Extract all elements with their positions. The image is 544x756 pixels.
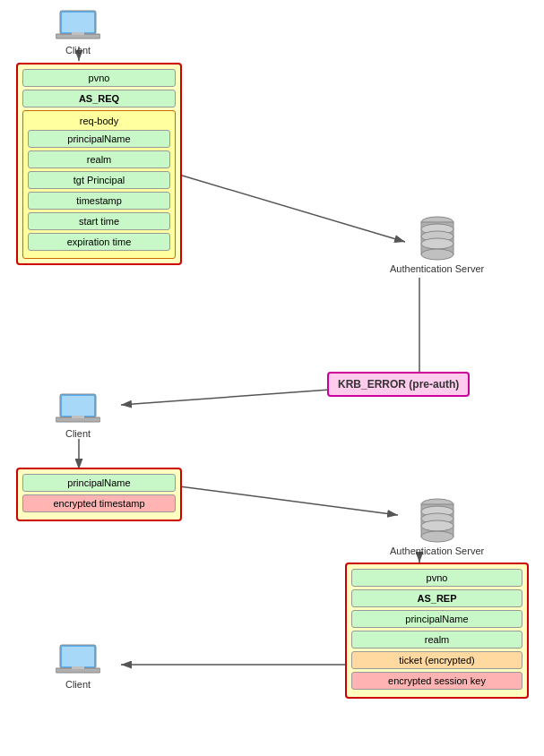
svg-line-4 [121, 390, 330, 405]
field-principalname: principalName [28, 130, 170, 148]
field-expirationtime: expiration time [28, 233, 170, 251]
reqbody-box: req-body principalName realm tgt Princip… [22, 110, 176, 259]
svg-point-18 [421, 249, 453, 260]
server2-icon [418, 497, 457, 544]
svg-rect-30 [62, 647, 94, 666]
server2-label: Authentication Server [390, 546, 484, 556]
req2-principalname: principalName [22, 474, 176, 492]
asrep-realm: realm [351, 631, 522, 649]
client2-label: Client [65, 428, 91, 439]
diagram: Client pvno AS_REQ req-body principalNam… [0, 0, 544, 756]
svg-line-6 [179, 486, 398, 515]
client1-label: Client [65, 45, 91, 56]
krb-error-box: KRB_ERROR (pre-auth) [327, 372, 470, 397]
req2-encrypted-timestamp: encrypted timestamp [22, 494, 176, 512]
field-timestamp: timestamp [28, 192, 170, 210]
asrep-label: AS_REP [351, 589, 522, 607]
svg-point-28 [421, 531, 453, 542]
asreq-field: AS_REQ [22, 90, 176, 107]
laptop1-icon [56, 9, 100, 43]
asrep-ticket-encrypted: ticket (encrypted) [351, 651, 522, 669]
svg-rect-20 [62, 396, 94, 416]
svg-rect-12 [72, 32, 84, 35]
svg-rect-10 [62, 13, 94, 32]
laptop3-icon [56, 643, 100, 677]
field-starttime: start time [28, 212, 170, 230]
svg-line-2 [179, 175, 405, 242]
asrep-principalname: principalName [351, 610, 522, 628]
client1: Client [56, 9, 100, 56]
krb-error-label: KRB_ERROR (pre-auth) [338, 378, 459, 391]
asreq-box: pvno AS_REQ req-body principalName realm… [16, 63, 182, 265]
svg-rect-22 [72, 416, 84, 418]
client3: Client [56, 643, 100, 690]
client2: Client [56, 392, 100, 439]
asrep-encrypted-session-key: encrypted session key [351, 672, 522, 690]
req2-box: principalName encrypted timestamp [16, 468, 182, 521]
svg-rect-32 [72, 666, 84, 669]
server1: Authentication Server [390, 215, 484, 274]
server1-label: Authentication Server [390, 263, 484, 274]
asrep-pvno: pvno [351, 569, 522, 587]
field-tgtprincipal: tgt Principal [28, 171, 170, 189]
client3-label: Client [65, 679, 91, 690]
reqbody-label: req-body [28, 116, 170, 126]
server2: Authentication Server [390, 497, 484, 556]
laptop2-icon [56, 392, 100, 426]
svg-point-17 [421, 238, 453, 249]
asrep-box: pvno AS_REP principalName realm ticket (… [345, 563, 529, 699]
field-realm: realm [28, 150, 170, 168]
svg-point-27 [421, 520, 453, 531]
pvno-field: pvno [22, 69, 176, 87]
server1-icon [418, 215, 457, 262]
